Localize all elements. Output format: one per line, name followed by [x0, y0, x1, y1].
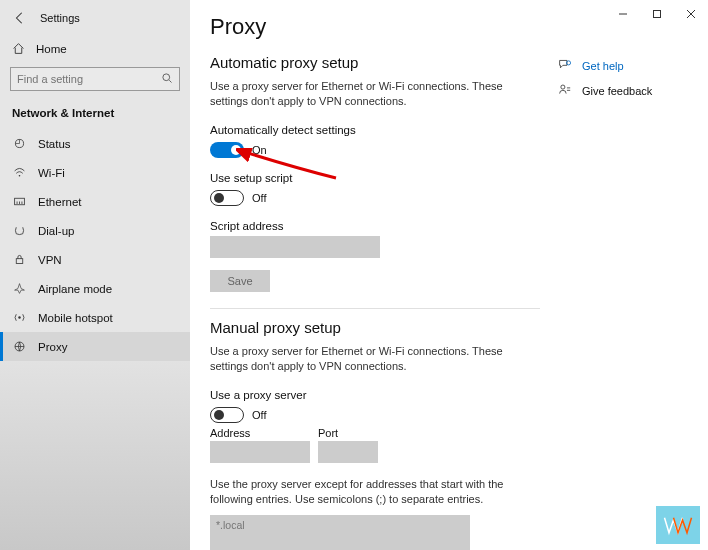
except-desc: Use the proxy server except for addresse…: [210, 477, 540, 508]
use-proxy-toggle[interactable]: [210, 407, 244, 423]
detect-state: On: [252, 144, 267, 156]
svg-rect-9: [654, 11, 661, 18]
svg-point-2: [18, 175, 20, 177]
except-input[interactable]: *.local: [210, 515, 470, 550]
script-addr-input[interactable]: [210, 236, 380, 258]
script-label: Use setup script: [210, 172, 678, 184]
window-title: Settings: [40, 12, 80, 24]
back-button[interactable]: [8, 6, 32, 30]
close-button[interactable]: [674, 0, 708, 28]
status-icon: [12, 137, 26, 150]
search-input[interactable]: [10, 67, 180, 91]
main-content: Proxy Automatic proxy setup Use a proxy …: [190, 0, 708, 550]
auto-desc: Use a proxy server for Ethernet or Wi-Fi…: [210, 79, 540, 110]
detect-label: Automatically detect settings: [210, 124, 678, 136]
address-input[interactable]: [210, 441, 310, 463]
use-proxy-state: Off: [252, 409, 266, 421]
svg-point-0: [163, 74, 170, 81]
get-help-link[interactable]: Get help: [558, 58, 678, 73]
address-label: Address: [210, 427, 310, 439]
sidebar-item-ethernet[interactable]: Ethernet: [0, 187, 190, 216]
auto-save-button[interactable]: Save: [210, 270, 270, 292]
script-addr-label: Script address: [210, 220, 678, 232]
svg-point-5: [18, 316, 20, 318]
script-state: Off: [252, 192, 266, 204]
wifi-icon: [12, 166, 26, 179]
sidebar-section-header: Network & Internet: [0, 101, 190, 129]
port-label: Port: [318, 427, 378, 439]
svg-point-8: [561, 85, 565, 89]
watermark-logo: [656, 506, 700, 544]
divider: [210, 308, 540, 309]
give-feedback-link[interactable]: Give feedback: [558, 83, 678, 98]
window-controls: [606, 0, 708, 28]
search-icon: [161, 70, 173, 88]
minimize-button[interactable]: [606, 0, 640, 28]
detect-toggle[interactable]: [210, 142, 244, 158]
aside: Get help Give feedback: [558, 58, 678, 108]
manual-desc: Use a proxy server for Ethernet or Wi-Fi…: [210, 344, 540, 375]
search-field[interactable]: [17, 73, 161, 85]
hotspot-icon: [12, 311, 26, 324]
maximize-button[interactable]: [640, 0, 674, 28]
port-input[interactable]: [318, 441, 378, 463]
use-proxy-label: Use a proxy server: [210, 389, 678, 401]
sidebar-item-dialup[interactable]: Dial-up: [0, 216, 190, 245]
manual-heading: Manual proxy setup: [210, 319, 678, 336]
sidebar-item-proxy[interactable]: Proxy: [0, 332, 190, 361]
dialup-icon: [12, 224, 26, 237]
sidebar-item-hotspot[interactable]: Mobile hotspot: [0, 303, 190, 332]
sidebar-item-airplane[interactable]: Airplane mode: [0, 274, 190, 303]
sidebar-item-vpn[interactable]: VPN: [0, 245, 190, 274]
script-toggle[interactable]: [210, 190, 244, 206]
sidebar-item-status[interactable]: Status: [0, 129, 190, 158]
proxy-icon: [12, 340, 26, 353]
sidebar-item-wifi[interactable]: Wi-Fi: [0, 158, 190, 187]
home-icon: [12, 42, 26, 55]
sidebar-home-label: Home: [36, 43, 67, 55]
sidebar-item-home[interactable]: Home: [0, 36, 190, 61]
vpn-icon: [12, 253, 26, 266]
ethernet-icon: [12, 195, 26, 208]
help-icon: [558, 58, 574, 73]
svg-rect-4: [16, 259, 23, 264]
sidebar: Settings Home Network & Internet Status: [0, 0, 190, 550]
airplane-icon: [12, 282, 26, 295]
feedback-icon: [558, 83, 574, 98]
